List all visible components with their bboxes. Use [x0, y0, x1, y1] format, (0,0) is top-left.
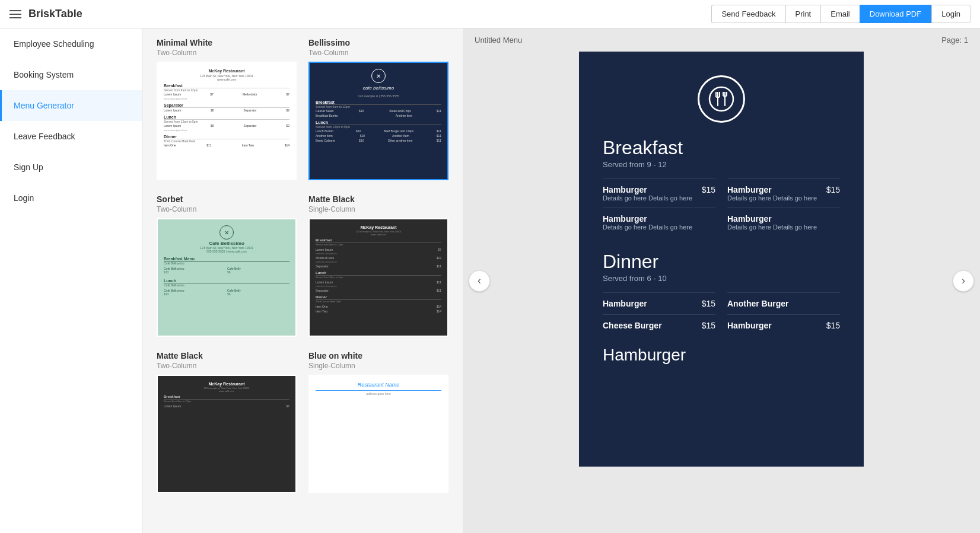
template-bellissimo-thumb[interactable]: ✕ cafe bellissimo 123 example st | 555-5… [308, 62, 448, 180]
menu-breakfast-items: Hamburger $15 Details go here Details go… [603, 178, 840, 237]
menu-item-name: Hamburger [603, 185, 647, 194]
menu-item-name: Hamburger [727, 321, 772, 330]
sidebar-item-employee-scheduling[interactable]: Employee Scheduling [0, 28, 142, 59]
menu-item: Cheese Burger $15 [603, 314, 715, 336]
preview-scroll-area: Breakfast Served from 9 - 12 Hamburger $… [463, 52, 980, 533]
menu-breakfast-title: Breakfast [603, 137, 840, 159]
template-sorbet-title: Sorbet [157, 194, 297, 204]
menu-item: Hamburger $15 Details go here Details go… [603, 178, 715, 208]
template-row-1: Sorbet Two-Column ✕ Cafe Bellissimo 123 … [157, 194, 448, 337]
menu-item-name: Hamburger [727, 214, 772, 224]
header-buttons: Send Feedback Print Email Download PDF L… [711, 5, 971, 23]
svg-point-0 [709, 87, 733, 111]
template-row-2: Matte Black Two-Column McKay Restaurant … [157, 351, 448, 493]
menu-dinner-title: Dinner [603, 251, 840, 273]
template-blue-on-white-title: Blue on white [308, 351, 448, 360]
prev-page-arrow[interactable]: ‹ [469, 270, 490, 292]
template-blue-on-white-thumb[interactable]: Restaurant Name address goes here [308, 375, 448, 493]
template-grid: Minimal White Two-Column McKay Restauran… [142, 28, 463, 533]
menu-item-name: Hamburger [727, 185, 772, 194]
brand-normal: Table [55, 8, 82, 20]
template-sorbet-subtitle: Two-Column [157, 205, 297, 213]
menu-item-price: $15 [702, 185, 715, 194]
header-left: BriskTable [9, 8, 82, 20]
template-matte-black-two-title: Matte Black [157, 351, 297, 360]
menu-item-price: $15 [826, 185, 840, 194]
preview-panel: Untitled Menu Page: 1 ‹ › [463, 28, 980, 533]
template-sorbet-thumb[interactable]: ✕ Cafe Bellissimo 123 Main St, New York,… [157, 218, 297, 337]
menu-item-desc: Details go here Details go here [727, 224, 840, 231]
template-minimal-white[interactable]: Minimal White Two-Column McKay Restauran… [157, 38, 297, 180]
menu-item: Hamburger $15 Details go here Details go… [727, 178, 840, 208]
menu-item-price: $15 [826, 321, 840, 330]
menu-item: Hamburger $15 [727, 314, 840, 336]
preview-page-label: Page: [941, 36, 962, 44]
template-matte-black-two-thumb[interactable]: McKay Restaurant 123 example st, New Yor… [157, 375, 297, 493]
template-minimal-white-subtitle: Two-Column [157, 49, 297, 57]
menu-item-name: Hamburger [603, 214, 647, 224]
menu-item: Hamburger Details go here Details go her… [727, 208, 840, 237]
template-matte-black-two[interactable]: Matte Black Two-Column McKay Restaurant … [157, 351, 297, 493]
menu-item-price: $15 [702, 299, 715, 308]
menu-item-desc: Details go here Details go here [603, 194, 715, 202]
brand-logo: BriskTable [28, 8, 82, 20]
menu-item-name: Cheese Burger [603, 321, 662, 330]
template-matte-black-single-thumb[interactable]: McKay Restaurant 123 example st, New Yor… [308, 218, 448, 337]
menu-dinner-items: Hamburger $15 Another Burger Cheese Burg… [603, 292, 840, 336]
template-row-0: Minimal White Two-Column McKay Restauran… [157, 38, 448, 180]
menu-item-desc: Details go here Details go here [603, 224, 715, 231]
template-sorbet[interactable]: Sorbet Two-Column ✕ Cafe Bellissimo 123 … [157, 194, 297, 337]
template-minimal-white-thumb[interactable]: McKay Restaurant 123 Main St, New York, … [157, 62, 297, 180]
template-minimal-white-title: Minimal White [157, 38, 297, 47]
template-blue-on-white[interactable]: Blue on white Single-Column Restaurant N… [308, 351, 448, 493]
preview-page-info: Page: 1 [941, 36, 968, 44]
menu-item: Hamburger $15 [603, 292, 715, 314]
menu-item-name: Another Burger [727, 299, 788, 308]
preview-menu-title: Untitled Menu [475, 36, 522, 44]
header: BriskTable Send Feedback Print Email Dow… [0, 0, 980, 28]
template-matte-black-single-subtitle: Single-Column [308, 205, 448, 213]
brand-bold: Brisk [28, 8, 55, 20]
menu-item-price: $15 [702, 321, 715, 330]
template-bellissimo[interactable]: Bellissimo Two-Column ✕ cafe bellissimo … [308, 38, 448, 180]
main-layout: Employee Scheduling Booking System Menu … [0, 28, 980, 533]
next-page-arrow[interactable]: › [953, 270, 974, 292]
menu-item: Hamburger Details go here Details go her… [603, 208, 715, 237]
template-matte-black-single-title: Matte Black [308, 194, 448, 204]
menu-logo-circle [698, 75, 745, 123]
menu-logo [603, 75, 840, 123]
menu-preview: Breakfast Served from 9 - 12 Hamburger $… [579, 52, 864, 467]
menu-item: Another Burger [727, 292, 840, 314]
sidebar-item-leave-feedback[interactable]: Leave Feedback [0, 121, 142, 152]
menu-breakfast-subtitle: Served from 9 - 12 [603, 160, 840, 169]
preview-page-number: 1 [964, 36, 968, 44]
sidebar: Employee Scheduling Booking System Menu … [0, 28, 142, 533]
sidebar-item-menu-generator[interactable]: Menu Generator [0, 90, 142, 121]
menu-item-name: Hamburger [603, 299, 647, 308]
hamburger-menu-icon[interactable] [9, 10, 21, 18]
template-matte-black-two-subtitle: Two-Column [157, 362, 297, 370]
send-feedback-button[interactable]: Send Feedback [711, 5, 785, 23]
sidebar-item-sign-up[interactable]: Sign Up [0, 152, 142, 183]
template-bellissimo-subtitle: Two-Column [308, 49, 448, 57]
menu-big-item: Hamburger [603, 336, 840, 365]
template-bellissimo-title: Bellissimo [308, 38, 448, 47]
sidebar-item-login[interactable]: Login [0, 183, 142, 213]
template-matte-black-single[interactable]: Matte Black Single-Column McKay Restaura… [308, 194, 448, 337]
preview-header: Untitled Menu Page: 1 [463, 28, 980, 52]
print-button[interactable]: Print [785, 5, 821, 23]
template-blue-on-white-subtitle: Single-Column [308, 362, 448, 370]
menu-item-desc: Details go here Details go here [727, 194, 840, 202]
download-pdf-button[interactable]: Download PDF [860, 5, 931, 23]
login-button[interactable]: Login [931, 5, 971, 23]
sidebar-item-booking-system[interactable]: Booking System [0, 59, 142, 90]
menu-dinner-subtitle: Served from 6 - 10 [603, 274, 840, 283]
email-button[interactable]: Email [820, 5, 860, 23]
